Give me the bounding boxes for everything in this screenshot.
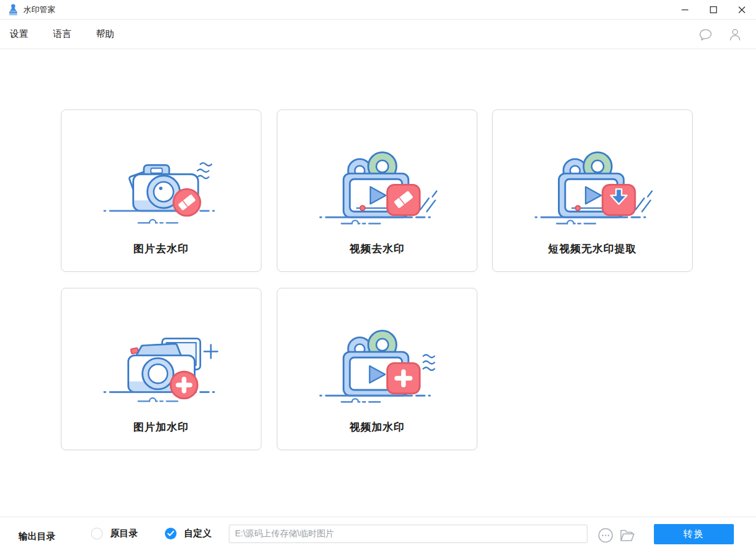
folder-open-icon	[619, 528, 635, 543]
radio-unchecked-icon	[91, 528, 103, 539]
radio-checked-icon	[165, 528, 177, 539]
menu-item-help[interactable]: 帮助	[87, 20, 123, 49]
feedback-button[interactable]	[698, 27, 713, 42]
video-eraser-illustration-icon	[317, 142, 437, 228]
app-title: 水印管家	[23, 4, 55, 15]
card-label: 短视频无水印提取	[548, 242, 637, 256]
minimize-icon	[682, 6, 689, 14]
output-path-input[interactable]	[229, 525, 587, 543]
camera-plus-icon	[101, 323, 221, 404]
card-label: 图片去水印	[133, 242, 189, 256]
video-plus-illustration-icon	[317, 320, 437, 407]
camera-plus-illustration-icon	[101, 320, 221, 407]
original-dir-radio[interactable]: 原目录	[91, 528, 138, 539]
open-folder-button[interactable]	[619, 528, 635, 543]
card-video-add-watermark[interactable]: 视频加水印	[277, 288, 477, 450]
video-download-icon	[533, 145, 653, 226]
video-plus-icon	[317, 323, 437, 404]
app-logo-stamp-icon	[8, 4, 18, 15]
card-label: 视频去水印	[349, 242, 405, 256]
menu-item-settings[interactable]: 设置	[1, 20, 37, 49]
output-dir-label: 输出目录	[18, 531, 55, 542]
close-icon	[738, 6, 746, 14]
footer-bar: 输出目录 原目录 自定义 转换	[0, 517, 756, 556]
title-bar: 水印管家	[0, 0, 756, 20]
camera-eraser-illustration-icon	[101, 142, 221, 228]
menu-right-icons	[698, 27, 742, 42]
custom-dir-radio[interactable]: 自定义	[165, 528, 212, 539]
maximize-button[interactable]	[699, 0, 728, 19]
card-video-remove-watermark[interactable]: 视频去水印	[277, 109, 477, 272]
convert-button[interactable]: 转换	[654, 524, 734, 544]
stamp-icon	[8, 4, 18, 15]
check-icon	[167, 531, 174, 536]
card-label: 图片加水印	[133, 420, 189, 434]
window-controls	[671, 0, 756, 19]
ellipsis-circle-icon	[598, 528, 613, 543]
menu-item-language[interactable]: 语言	[44, 20, 80, 49]
maximize-icon	[710, 6, 717, 14]
original-dir-option-label: 原目录	[110, 528, 138, 539]
card-short-video-extract[interactable]: 短视频无水印提取	[492, 109, 693, 272]
custom-dir-option-label: 自定义	[184, 528, 212, 539]
camera-eraser-icon	[101, 145, 221, 226]
menu-bar: 设置 语言 帮助	[0, 20, 756, 49]
account-button[interactable]	[728, 27, 742, 42]
card-image-remove-watermark[interactable]: 图片去水印	[61, 109, 261, 272]
video-eraser-icon	[317, 145, 437, 226]
video-download-illustration-icon	[533, 142, 653, 228]
chat-bubble-icon	[698, 27, 713, 42]
card-label: 视频加水印	[349, 420, 405, 434]
minimize-button[interactable]	[671, 0, 699, 19]
close-button[interactable]	[728, 0, 756, 19]
card-image-add-watermark[interactable]: 图片加水印	[61, 288, 261, 450]
user-icon	[728, 27, 742, 42]
browse-more-button[interactable]	[598, 528, 613, 543]
